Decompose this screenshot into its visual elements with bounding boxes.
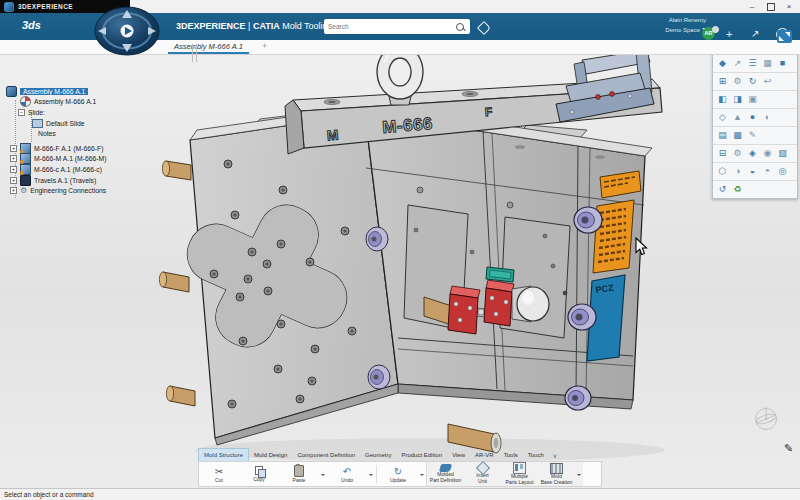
cut-icon: ✂ (215, 466, 223, 477)
actionpad-icon[interactable]: ⬡ (716, 165, 729, 178)
workspace-selector[interactable]: Demo Space (636, 26, 706, 36)
expand-expander-icon[interactable]: + (10, 166, 17, 173)
tree-item-m666f[interactable]: + M-666-F A.1 (M-666-F) (2, 143, 194, 154)
actionpad-icon[interactable]: ◉ (761, 147, 774, 160)
tree-item-travels[interactable]: + Travels A.1 (Travels) (2, 175, 194, 186)
actionpad-icon[interactable]: ▩ (731, 129, 744, 142)
actionpad-icon[interactable]: ↗ (731, 57, 744, 70)
actionpad-refresh-icon[interactable]: ♻ (731, 183, 744, 196)
actionpad-icon[interactable]: ⚙ (731, 75, 744, 88)
cut-button[interactable]: ✂ Cut (199, 462, 239, 486)
ribbon-tab-geometry[interactable]: Geometry (360, 449, 396, 461)
actionpad-icon[interactable]: ◑ (731, 165, 744, 178)
3dexperience-compass-icon[interactable] (92, 6, 162, 56)
tree-item-slide[interactable]: − Slide: (2, 107, 194, 118)
update-icon: ↻ (394, 466, 402, 477)
ribbon-tab-touch[interactable]: Touch (523, 449, 549, 461)
search-icon[interactable] (456, 23, 464, 31)
collapse-expander-icon[interactable]: − (18, 109, 25, 116)
paste-button[interactable]: Paste (279, 462, 319, 486)
multiple-parts-icon (513, 462, 526, 474)
travels-icon (20, 175, 31, 186)
paste-icon (294, 465, 304, 477)
actionpad-icon[interactable]: ● (746, 111, 759, 124)
multiple-parts-layout-button[interactable]: MultipleParts Layout (501, 462, 538, 486)
ribbon-tab-mold-structure[interactable]: Mold Structure (198, 448, 249, 461)
actionpad-icon[interactable]: ◇ (716, 111, 729, 124)
tree-item-assembly[interactable]: Assembly M-666 A.1 (2, 97, 194, 108)
expand-expander-icon[interactable]: + (10, 145, 17, 152)
expand-expander-icon[interactable]: + (10, 177, 17, 184)
actionpad-icon[interactable]: ✎ (746, 129, 759, 142)
app-icon (4, 2, 14, 12)
actionpad-icon[interactable]: ▧ (776, 147, 789, 160)
mold-base-dropdown[interactable] (575, 462, 583, 486)
ribbon-tab-ar-vr[interactable]: AR-VR (470, 449, 499, 461)
actionpad-icon[interactable]: ⊞ (716, 75, 729, 88)
actionpad-icon[interactable]: ◧ (716, 93, 729, 106)
paste-dropdown[interactable] (319, 462, 327, 486)
close-button[interactable]: × (781, 1, 797, 12)
add-content-button[interactable]: + (726, 28, 732, 40)
ribbon-tab-product-edition[interactable]: Product Edition (396, 449, 447, 461)
copy-button[interactable]: Copy (239, 462, 279, 486)
search-input[interactable] (324, 23, 456, 30)
actionpad-icon[interactable]: ◎ (776, 165, 789, 178)
ribbon-tab-component-definition[interactable]: Component Definition (292, 449, 360, 461)
actionpad-icon[interactable]: ▤ (716, 129, 729, 142)
tree-item-root[interactable]: Assembly M-666 A.1 (2, 86, 194, 97)
actionpad-icon[interactable]: ↺ (716, 183, 729, 196)
edit-command-group: ✂ Cut Copy Paste ↶ Undo ↻ Update (199, 462, 426, 486)
actionpad-icon[interactable]: ↩ (761, 75, 774, 88)
mold-base-button[interactable]: MoldBase Creation (538, 462, 575, 486)
actionpad-icon[interactable]: ◨ (731, 93, 744, 106)
share-button[interactable]: ↗ (751, 28, 759, 40)
actionpad-icon[interactable]: ▦ (761, 57, 774, 70)
actionpad-icon[interactable]: ⊟ (716, 147, 729, 160)
actionpad-icon[interactable]: ◈ (746, 147, 759, 160)
expand-expander-icon[interactable]: + (10, 155, 17, 162)
user-block[interactable]: Alain Renemy Demo Space (636, 16, 706, 35)
actionpad-icon[interactable]: ◐ (761, 111, 774, 124)
maximize-button[interactable] (763, 1, 779, 12)
actionpad-icon[interactable]: ▣ (746, 93, 759, 106)
actionpad-icon[interactable]: ◓ (761, 165, 774, 178)
actionpad-icon[interactable]: ◆ (716, 57, 729, 70)
tree-item-label: Assembly M-666 A.1 (20, 88, 88, 95)
dropdown-caret-icon (321, 474, 325, 478)
tree-item-engineering-connections[interactable]: + ⚙ Engineering Connections (2, 185, 194, 196)
panel-separator (192, 44, 197, 62)
slide-icon (32, 119, 43, 128)
ribbon-tab-view[interactable]: View (447, 449, 470, 461)
ribbon-tab-mold-design[interactable]: Mold Design (249, 449, 292, 461)
tree-item-label: Engineering Connections (30, 187, 106, 194)
minimize-button[interactable]: – (744, 1, 760, 12)
actionpad-icon[interactable]: ◒ (746, 165, 759, 178)
update-dropdown[interactable] (418, 462, 426, 486)
actionpad-icon[interactable]: ☰ (746, 57, 759, 70)
tab-assembly-m666[interactable]: Assembly M-666 A.1 (168, 41, 249, 54)
ribbon-tab-tools[interactable]: Tools (499, 449, 523, 461)
connections-gear-icon: ⚙ (20, 186, 27, 195)
update-button[interactable]: ↻ Update (378, 462, 418, 486)
tree-item-m666m[interactable]: + M-666-M A.1 (M-666-M) (2, 154, 194, 165)
undo-dropdown[interactable] (367, 462, 375, 486)
new-tab-button[interactable]: + (262, 41, 267, 51)
action-pad-row: ↺ ♻ (713, 181, 797, 198)
expand-view-button[interactable] (777, 30, 792, 43)
actionpad-icon[interactable]: ↻ (746, 75, 759, 88)
actionpad-icon[interactable]: ■ (776, 57, 789, 70)
ribbon-overflow-chevron[interactable]: ∨ (549, 450, 561, 461)
tag-icon[interactable] (477, 21, 491, 35)
undo-button[interactable]: ↶ Undo (327, 462, 367, 486)
insert-unit-button[interactable]: InsertUnit (464, 462, 501, 486)
search-box[interactable] (324, 19, 470, 34)
expand-expander-icon[interactable]: + (10, 187, 17, 194)
tree-item-label: Default Slide (46, 120, 85, 127)
actionpad-icon[interactable]: ⚙ (731, 147, 744, 160)
tree-item-notes[interactable]: Notes (2, 128, 194, 139)
molded-part-definition-button[interactable]: MoldedPart Definition (427, 462, 464, 486)
actionpad-icon[interactable]: ▲ (731, 111, 744, 124)
tree-item-m666c[interactable]: + M-666-c A.1 (M-666-c) (2, 164, 194, 175)
tree-item-default-slide[interactable]: Default Slide (2, 118, 194, 129)
